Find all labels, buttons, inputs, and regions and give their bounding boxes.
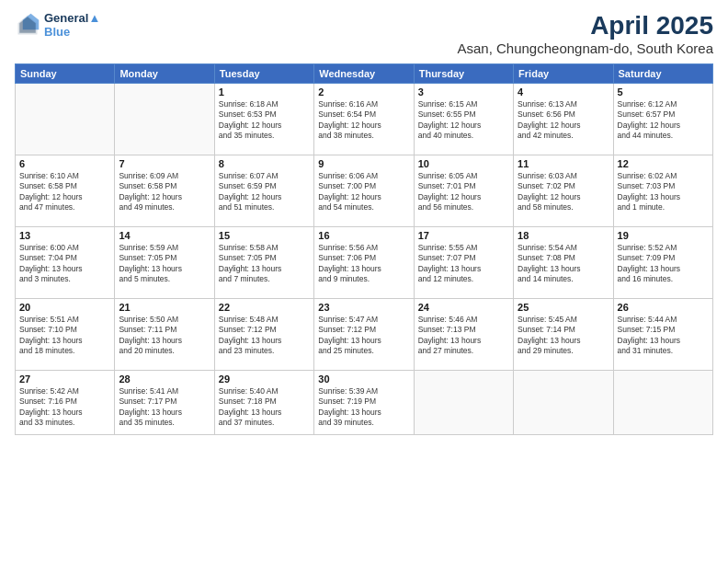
table-row: 28Sunrise: 5:41 AM Sunset: 7:17 PM Dayli… [115, 371, 214, 435]
col-tuesday: Tuesday [214, 64, 313, 84]
day-number: 2 [318, 86, 409, 98]
table-row: 29Sunrise: 5:40 AM Sunset: 7:18 PM Dayli… [214, 371, 313, 435]
day-info: Sunrise: 5:58 AM Sunset: 7:05 PM Dayligh… [219, 243, 310, 285]
day-number: 3 [418, 86, 509, 98]
table-row: 19Sunrise: 5:52 AM Sunset: 7:09 PM Dayli… [613, 227, 712, 299]
day-info: Sunrise: 6:07 AM Sunset: 6:59 PM Dayligh… [219, 171, 310, 213]
day-number: 4 [518, 86, 609, 98]
page: General▲ Blue April 2025 Asan, Chungcheo… [0, 0, 728, 563]
day-info: Sunrise: 5:44 AM Sunset: 7:15 PM Dayligh… [618, 315, 709, 357]
header: General▲ Blue April 2025 Asan, Chungcheo… [15, 11, 713, 56]
day-info: Sunrise: 5:59 AM Sunset: 7:05 PM Dayligh… [119, 243, 210, 285]
day-info: Sunrise: 6:13 AM Sunset: 6:56 PM Dayligh… [518, 99, 609, 142]
day-info: Sunrise: 6:12 AM Sunset: 6:57 PM Dayligh… [618, 99, 709, 142]
day-number: 26 [618, 302, 709, 313]
table-row: 8Sunrise: 6:07 AM Sunset: 6:59 PM Daylig… [214, 155, 313, 227]
col-thursday: Thursday [414, 64, 513, 84]
table-row: 21Sunrise: 5:50 AM Sunset: 7:11 PM Dayli… [115, 299, 214, 371]
day-number: 17 [418, 230, 509, 241]
day-info: Sunrise: 6:16 AM Sunset: 6:54 PM Dayligh… [318, 99, 409, 142]
table-row: 4Sunrise: 6:13 AM Sunset: 6:56 PM Daylig… [514, 84, 613, 155]
table-row: 27Sunrise: 5:42 AM Sunset: 7:16 PM Dayli… [16, 371, 115, 435]
day-info: Sunrise: 6:02 AM Sunset: 7:03 PM Dayligh… [618, 171, 709, 213]
day-number: 10 [418, 158, 509, 169]
day-number: 7 [119, 158, 210, 169]
header-row: Sunday Monday Tuesday Wednesday Thursday… [16, 64, 713, 84]
day-info: Sunrise: 6:06 AM Sunset: 7:00 PM Dayligh… [318, 171, 409, 213]
table-row [613, 371, 712, 435]
day-info: Sunrise: 6:00 AM Sunset: 7:04 PM Dayligh… [19, 243, 110, 285]
table-row: 24Sunrise: 5:46 AM Sunset: 7:13 PM Dayli… [414, 299, 513, 371]
day-info: Sunrise: 5:55 AM Sunset: 7:07 PM Dayligh… [418, 243, 509, 285]
day-number: 29 [219, 373, 310, 385]
table-row: 17Sunrise: 5:55 AM Sunset: 7:07 PM Dayli… [414, 227, 513, 299]
table-row [514, 371, 613, 435]
day-info: Sunrise: 6:10 AM Sunset: 6:58 PM Dayligh… [19, 171, 110, 213]
table-row [115, 84, 214, 155]
table-row: 1Sunrise: 6:18 AM Sunset: 6:53 PM Daylig… [214, 84, 313, 155]
day-number: 19 [618, 230, 709, 241]
table-row: 18Sunrise: 5:54 AM Sunset: 7:08 PM Dayli… [514, 227, 613, 299]
location-subtitle: Asan, Chungcheongnam-do, South Korea [457, 40, 713, 56]
day-number: 21 [119, 302, 210, 313]
table-row: 14Sunrise: 5:59 AM Sunset: 7:05 PM Dayli… [115, 227, 214, 299]
day-info: Sunrise: 5:51 AM Sunset: 7:10 PM Dayligh… [19, 315, 110, 357]
table-row: 10Sunrise: 6:05 AM Sunset: 7:01 PM Dayli… [414, 155, 513, 227]
table-row: 12Sunrise: 6:02 AM Sunset: 7:03 PM Dayli… [613, 155, 712, 227]
day-info: Sunrise: 6:18 AM Sunset: 6:53 PM Dayligh… [219, 99, 310, 142]
logo-icon [15, 12, 40, 38]
day-number: 14 [119, 230, 210, 241]
day-number: 5 [618, 86, 709, 98]
day-info: Sunrise: 6:09 AM Sunset: 6:58 PM Dayligh… [119, 171, 210, 213]
day-info: Sunrise: 6:03 AM Sunset: 7:02 PM Dayligh… [518, 171, 609, 213]
day-number: 23 [318, 302, 409, 313]
day-info: Sunrise: 5:47 AM Sunset: 7:12 PM Dayligh… [318, 315, 409, 357]
logo-text: General▲ Blue [44, 11, 100, 39]
table-row: 23Sunrise: 5:47 AM Sunset: 7:12 PM Dayli… [314, 299, 414, 371]
table-row: 22Sunrise: 5:48 AM Sunset: 7:12 PM Dayli… [214, 299, 313, 371]
day-info: Sunrise: 5:54 AM Sunset: 7:08 PM Dayligh… [518, 243, 609, 285]
title-block: April 2025 Asan, Chungcheongnam-do, Sout… [457, 11, 713, 56]
day-number: 25 [518, 302, 609, 313]
day-number: 6 [19, 158, 110, 169]
day-number: 22 [219, 302, 310, 313]
day-number: 8 [219, 158, 310, 169]
col-monday: Monday [115, 64, 214, 84]
col-friday: Friday [514, 64, 613, 84]
day-info: Sunrise: 5:52 AM Sunset: 7:09 PM Dayligh… [618, 243, 709, 285]
table-row: 3Sunrise: 6:15 AM Sunset: 6:55 PM Daylig… [414, 84, 513, 155]
day-number: 24 [418, 302, 509, 313]
table-row: 11Sunrise: 6:03 AM Sunset: 7:02 PM Dayli… [514, 155, 613, 227]
col-saturday: Saturday [613, 64, 712, 84]
day-number: 9 [318, 158, 409, 169]
day-number: 18 [518, 230, 609, 241]
day-info: Sunrise: 5:50 AM Sunset: 7:11 PM Dayligh… [119, 315, 210, 357]
table-row: 15Sunrise: 5:58 AM Sunset: 7:05 PM Dayli… [214, 227, 313, 299]
table-row: 20Sunrise: 5:51 AM Sunset: 7:10 PM Dayli… [16, 299, 115, 371]
day-number: 15 [219, 230, 310, 241]
table-row [414, 371, 513, 435]
day-number: 13 [19, 230, 110, 241]
day-number: 27 [19, 373, 110, 385]
day-info: Sunrise: 5:46 AM Sunset: 7:13 PM Dayligh… [418, 315, 509, 357]
table-row: 6Sunrise: 6:10 AM Sunset: 6:58 PM Daylig… [16, 155, 115, 227]
table-row: 2Sunrise: 6:16 AM Sunset: 6:54 PM Daylig… [314, 84, 414, 155]
day-info: Sunrise: 6:15 AM Sunset: 6:55 PM Dayligh… [418, 99, 509, 142]
day-info: Sunrise: 5:48 AM Sunset: 7:12 PM Dayligh… [219, 315, 310, 357]
day-info: Sunrise: 5:41 AM Sunset: 7:17 PM Dayligh… [119, 386, 210, 429]
table-row: 9Sunrise: 6:06 AM Sunset: 7:00 PM Daylig… [314, 155, 414, 227]
table-row: 26Sunrise: 5:44 AM Sunset: 7:15 PM Dayli… [613, 299, 712, 371]
day-number: 28 [119, 373, 210, 385]
month-year-title: April 2025 [457, 11, 713, 40]
day-info: Sunrise: 5:39 AM Sunset: 7:19 PM Dayligh… [318, 386, 409, 429]
table-row: 16Sunrise: 5:56 AM Sunset: 7:06 PM Dayli… [314, 227, 414, 299]
day-number: 1 [219, 86, 310, 98]
col-wednesday: Wednesday [314, 64, 414, 84]
col-sunday: Sunday [16, 64, 115, 84]
day-number: 20 [19, 302, 110, 313]
day-info: Sunrise: 5:45 AM Sunset: 7:14 PM Dayligh… [518, 315, 609, 357]
table-row [16, 84, 115, 155]
table-row: 7Sunrise: 6:09 AM Sunset: 6:58 PM Daylig… [115, 155, 214, 227]
day-number: 11 [518, 158, 609, 169]
day-number: 12 [618, 158, 709, 169]
